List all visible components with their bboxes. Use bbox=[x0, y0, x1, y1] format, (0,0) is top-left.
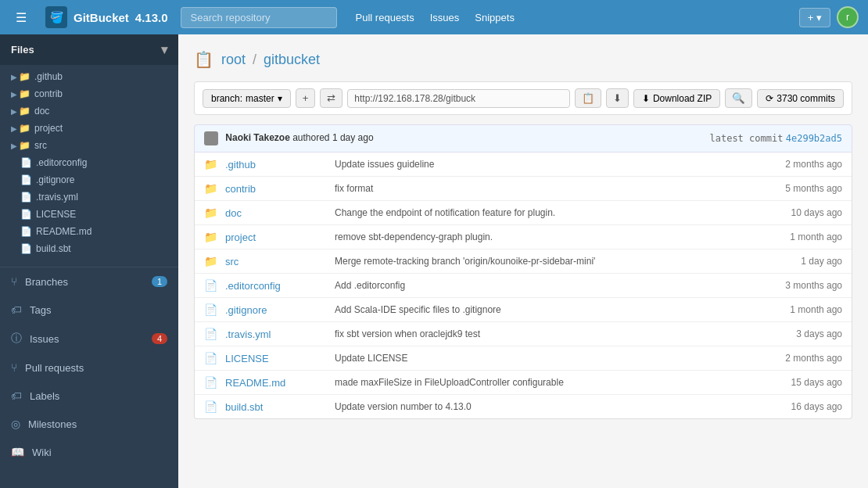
sidebar-item-wiki[interactable]: 📖 Wiki bbox=[0, 438, 178, 466]
tree-item-label: .github bbox=[34, 71, 63, 82]
file-name-link[interactable]: README.md bbox=[225, 377, 327, 389]
sidebar-item-label: Issues bbox=[30, 333, 59, 345]
tree-folder-doc[interactable]: ▶ 📁 doc bbox=[0, 102, 178, 120]
file-name-link[interactable]: doc bbox=[225, 207, 327, 219]
folder-icon: 📁 bbox=[204, 231, 217, 243]
nav-snippets[interactable]: Snippets bbox=[475, 12, 515, 23]
file-name-link[interactable]: contrib bbox=[225, 183, 327, 195]
tree-folder-src[interactable]: ▶ 📁 src bbox=[0, 137, 178, 154]
copy-url-button[interactable]: 📋 bbox=[575, 88, 601, 108]
sidebar-item-label: Wiki bbox=[32, 447, 52, 458]
avatar[interactable]: r bbox=[837, 6, 859, 28]
folder-icon: 📁 bbox=[19, 71, 30, 82]
tree-file-gitignore[interactable]: 📄 .gitignore bbox=[0, 171, 178, 188]
tree-file-license[interactable]: 📄 LICENSE bbox=[0, 206, 178, 223]
tree-file-buildsbt[interactable]: 📄 build.sbt bbox=[0, 240, 178, 257]
table-row: 📁 doc Change the endpoint of notificatio… bbox=[195, 201, 852, 225]
download-zip-button[interactable]: ⬇ Download ZIP bbox=[633, 89, 720, 108]
new-branch-button[interactable]: + bbox=[296, 88, 316, 108]
file-icon: 📄 bbox=[20, 192, 32, 203]
file-name-link[interactable]: project bbox=[225, 231, 327, 243]
file-message: Update version number to 4.13.0 bbox=[335, 401, 756, 412]
file-message: Merge remote-tracking branch 'origin/kou… bbox=[335, 256, 756, 267]
commit-author[interactable]: Naoki Takezoe bbox=[225, 132, 289, 143]
file-age: 16 days ago bbox=[764, 401, 842, 412]
brand-name: GitBucket bbox=[74, 11, 129, 24]
repo-url-input[interactable] bbox=[347, 89, 570, 108]
tree-file-readme[interactable]: 📄 README.md bbox=[0, 223, 178, 240]
file-message: Add .editorconfig bbox=[335, 280, 756, 291]
archive-button[interactable]: ⬇ bbox=[606, 88, 629, 108]
pullrequests-icon: ⑂ bbox=[11, 361, 17, 374]
commit-hash-label: latest commit bbox=[709, 133, 783, 144]
branch-selector[interactable]: branch: master ▾ bbox=[203, 89, 291, 108]
sidebar-item-milestones[interactable]: ◎ Milestones bbox=[0, 410, 178, 438]
files-section-header[interactable]: Files ▾ bbox=[0, 34, 178, 65]
file-age: 2 months ago bbox=[764, 159, 842, 170]
main-content: 📋 root / gitbucket branch: master ▾ + ⇄ … bbox=[178, 34, 868, 488]
tree-folder-project[interactable]: ▶ 📁 project bbox=[0, 120, 178, 137]
chevron-right-icon: ▶ bbox=[11, 107, 17, 116]
tree-item-label: README.md bbox=[36, 226, 91, 237]
issues-badge: 4 bbox=[152, 333, 167, 344]
tree-file-editorconfig[interactable]: 📄 .editorconfig bbox=[0, 154, 178, 171]
file-age: 1 month ago bbox=[764, 304, 842, 315]
folder-icon: 📁 bbox=[19, 106, 30, 117]
nav-pull-requests[interactable]: Pull requests bbox=[356, 12, 414, 23]
commit-info: Naoki Takezoe authored 1 day ago latest … bbox=[194, 124, 852, 152]
tags-icon: 🏷 bbox=[11, 303, 22, 316]
tree-file-travis[interactable]: 📄 .travis.yml bbox=[0, 188, 178, 206]
sidebar-item-label: Tags bbox=[30, 304, 51, 316]
file-name-link[interactable]: LICENSE bbox=[225, 353, 327, 364]
sidebar-item-tags[interactable]: 🏷 Tags bbox=[0, 296, 178, 324]
sidebar-item-pullrequests[interactable]: ⑂ Pull requests bbox=[0, 353, 178, 382]
repo-name-link[interactable]: gitbucket bbox=[264, 52, 320, 67]
folder-icon: 📁 bbox=[204, 255, 217, 267]
repo-owner-link[interactable]: root bbox=[221, 52, 246, 67]
chevron-right-icon: ▶ bbox=[11, 73, 17, 81]
issues-icon: ⓘ bbox=[11, 332, 22, 346]
files-label: Files bbox=[11, 44, 34, 56]
compare-button[interactable]: ⇄ bbox=[320, 88, 343, 108]
file-icon: 📄 bbox=[204, 352, 217, 364]
file-name-link[interactable]: .travis.yml bbox=[225, 328, 327, 340]
brand-link[interactable]: 🪣 GitBucket 4.13.0 bbox=[45, 6, 168, 28]
file-age: 10 days ago bbox=[764, 207, 842, 218]
commit-author-info: Naoki Takezoe authored 1 day ago bbox=[204, 131, 374, 145]
sidebar-item-issues[interactable]: ⓘ Issues 4 bbox=[0, 324, 178, 353]
commit-age-label: 1 day ago bbox=[332, 132, 374, 143]
hamburger-button[interactable]: ☰ bbox=[9, 7, 33, 28]
commit-hash-value[interactable]: 4e299b2ad5 bbox=[786, 133, 842, 144]
search-code-button[interactable]: 🔍 bbox=[725, 88, 752, 108]
brand-version: 4.13.0 bbox=[135, 11, 168, 24]
nav-issues[interactable]: Issues bbox=[430, 12, 460, 23]
file-name-link[interactable]: .gitignore bbox=[225, 304, 327, 316]
file-name-link[interactable]: .github bbox=[225, 159, 327, 170]
commit-hash-info: latest commit 4e299b2ad5 bbox=[709, 133, 842, 144]
commits-count: 3730 commits bbox=[777, 93, 835, 104]
tree-folder-contrib[interactable]: ▶ 📁 contrib bbox=[0, 85, 178, 102]
tree-folder-github[interactable]: ▶ 📁 .github bbox=[0, 68, 178, 85]
table-row: 📄 .travis.yml fix sbt version when oracl… bbox=[195, 322, 852, 346]
file-age: 3 months ago bbox=[764, 280, 842, 291]
brand-icon: 🪣 bbox=[45, 6, 67, 28]
tree-item-label: project bbox=[34, 123, 63, 134]
tree-item-label: .gitignore bbox=[36, 174, 74, 185]
file-message: remove sbt-dependency-graph plugin. bbox=[335, 231, 756, 242]
download-icon: ⬇ bbox=[642, 93, 650, 104]
file-name-link[interactable]: build.sbt bbox=[225, 401, 327, 413]
table-row: 📁 project remove sbt-dependency-graph pl… bbox=[195, 225, 852, 249]
plus-button[interactable]: + ▾ bbox=[799, 8, 830, 27]
chevron-right-icon: ▶ bbox=[11, 142, 17, 150]
sidebar: Files ▾ ▶ 📁 .github ▶ 📁 contrib ▶ 📁 doc bbox=[0, 34, 178, 488]
table-row: 📁 src Merge remote-tracking branch 'orig… bbox=[195, 249, 852, 274]
branches-badge: 1 bbox=[152, 276, 167, 287]
tree-item-label: .editorconfig bbox=[36, 157, 87, 168]
path-separator: / bbox=[253, 52, 260, 67]
commits-button[interactable]: ⟳ 3730 commits bbox=[757, 89, 844, 108]
search-input[interactable] bbox=[181, 7, 337, 28]
file-name-link[interactable]: .editorconfig bbox=[225, 280, 327, 292]
sidebar-item-branches[interactable]: ⑂ Branches 1 bbox=[0, 267, 178, 296]
file-name-link[interactable]: src bbox=[225, 256, 327, 267]
sidebar-item-labels[interactable]: 🏷 Labels bbox=[0, 382, 178, 410]
